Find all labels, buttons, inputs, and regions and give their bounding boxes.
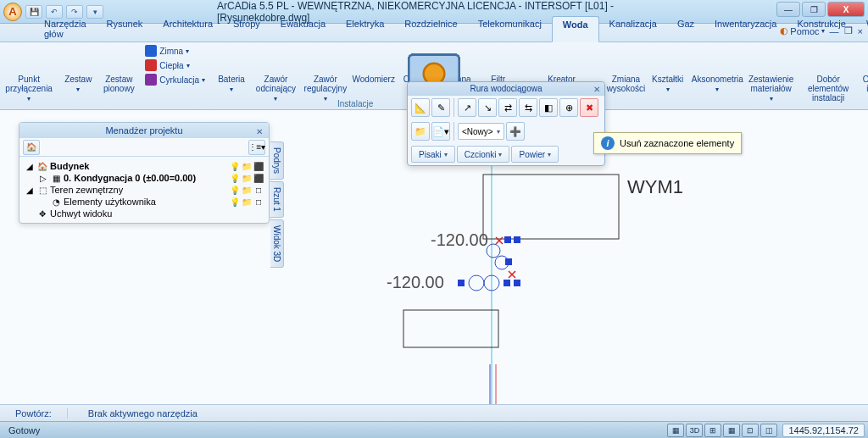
pipe-toolbar-close[interactable]: ✕ — [591, 83, 603, 95]
tab-woda[interactable]: Woda — [552, 16, 599, 42]
pm-tool-menu[interactable]: ⋮≡▾ — [248, 140, 265, 155]
tab-rozdzielnice[interactable]: Rozdzielnice — [394, 16, 467, 42]
tab-stropy[interactable]: Stropy — [223, 16, 270, 42]
status-toggle-0[interactable]: ▦ — [667, 424, 684, 437]
status-toggle-3[interactable]: ▦ — [723, 424, 740, 437]
tab-inwentaryzacja[interactable]: Inwentaryzacja — [704, 16, 787, 42]
pipe-czcionki[interactable]: Czcionki ▾ — [457, 146, 510, 163]
pipe-tool-7[interactable]: ◧ — [539, 98, 558, 117]
dim-1: -120.00 — [431, 230, 488, 249]
maximize-button[interactable]: ❐ — [802, 2, 826, 17]
command-bar: Powtórz: Brak aktywnego narzędzia — [0, 404, 868, 421]
help-menu[interactable]: ◐ Pomoc▾ — [780, 25, 824, 36]
cmd-message: Brak aktywnego narzędzia — [68, 408, 218, 419]
svg-rect-49 — [504, 280, 510, 286]
pipe-tool-8[interactable]: ⊕ — [559, 98, 578, 117]
pm-title[interactable]: Menadżer projektu ✕ — [19, 123, 269, 138]
tab-architektura[interactable]: Architektura — [153, 16, 223, 42]
doc-close[interactable]: × — [858, 26, 863, 36]
tree-row[interactable]: ▷▦0. Kondygnacja 0 (±0.00=0.00)💡📁⬛ — [25, 172, 264, 184]
tab-ewakuacja[interactable]: Ewakuacja — [270, 16, 336, 42]
status-toggle-5[interactable]: ◫ — [760, 424, 777, 437]
tree-row[interactable]: ◔Elementy użytkownika💡📁□ — [25, 196, 264, 208]
cmd-label: Powtórz: — [0, 408, 68, 419]
pipe-tool-5[interactable]: ⇄ — [498, 98, 517, 117]
pipe-toolbar-title[interactable]: Rura wodociągowa ✕ — [408, 82, 604, 96]
status-toggle-2[interactable]: ⊞ — [704, 424, 721, 437]
project-manager-panel[interactable]: Menadżer projektu ✕ 🏠 ⋮≡▾ ◢🏠Budynek💡📁⬛▷▦… — [19, 122, 270, 224]
svg-point-43 — [469, 275, 484, 291]
pipe-row2-1[interactable]: 📄▾ — [431, 122, 450, 141]
status-toggle-4[interactable]: ⊡ — [742, 424, 759, 437]
pipe-row2-0[interactable]: 📁 — [411, 122, 430, 141]
pm-close-icon[interactable]: ✕ — [253, 125, 265, 136]
label-wym1: WYM1 — [627, 176, 683, 197]
pm-tool-home[interactable]: 🏠 — [23, 140, 40, 155]
svg-rect-39 — [483, 175, 619, 239]
svg-rect-40 — [403, 310, 498, 347]
tab-telekomunikacj[interactable]: Telekomunikacj — [468, 16, 552, 42]
pm-tree[interactable]: ◢🏠Budynek💡📁⬛▷▦0. Kondygnacja 0 (±0.00=0.… — [19, 157, 269, 223]
status-coords: 1445.92,1154.72 — [782, 424, 865, 437]
tab-narzędzia-głów[interactable]: Narzędzia głów — [34, 16, 97, 42]
side-tab-rzut1[interactable]: Rzut 1 — [270, 181, 284, 218]
side-tab-widok3d[interactable]: Widok 3D — [270, 219, 284, 268]
doc-minimize[interactable]: — — [830, 26, 839, 36]
tooltip-text: Usuń zaznaczone elementy — [620, 138, 734, 148]
svg-rect-46 — [514, 236, 520, 243]
svg-rect-47 — [505, 258, 512, 265]
tab-gaz[interactable]: Gaz — [667, 16, 704, 42]
dim-2: -120.00 — [387, 273, 444, 291]
info-icon: i — [601, 136, 615, 150]
svg-rect-45 — [504, 236, 511, 243]
status-bar: Gotowy ▦3D⊞▦⊡◫ 1445.92,1154.72 — [0, 421, 868, 438]
svg-rect-50 — [514, 280, 520, 286]
tab-rysunek[interactable]: Rysunek — [97, 16, 153, 42]
pipe-style-combo[interactable]: <Nowy>▾ — [458, 123, 504, 140]
ribbon-tabs: Narzędzia główRysunekArchitekturaStropyE… — [0, 24, 868, 42]
delete-selected-button[interactable]: ✖ — [580, 98, 598, 117]
svg-point-41 — [487, 244, 500, 258]
tree-row[interactable]: ✥Uchwyt widoku — [25, 208, 264, 219]
pipe-toolbar[interactable]: Rura wodociągowa ✕ 📐✎↗↘⇄⇆◧⊕✖ 📁📄▾ <Nowy>▾… — [407, 81, 605, 166]
svg-rect-48 — [458, 280, 465, 286]
tab-kanalizacja[interactable]: Kanalizacja — [599, 16, 667, 42]
tab-elektryka[interactable]: Elektryka — [336, 16, 394, 42]
pipe-tool-1[interactable]: ✎ — [431, 98, 450, 117]
side-tab-podrys[interactable]: Podrys — [270, 141, 284, 180]
status-ready: Gotowy — [0, 425, 48, 435]
pipe-tool-4[interactable]: ↘ — [478, 98, 497, 117]
status-toggle-1[interactable]: 3D — [686, 424, 703, 437]
ribbon-group-caption: Instalacje — [331, 98, 380, 109]
pipe-tool-0[interactable]: 📐 — [411, 98, 430, 117]
tree-row[interactable]: ◢🏠Budynek💡📁⬛ — [25, 160, 264, 172]
pipe-add-button[interactable]: ➕ — [506, 122, 525, 141]
close-button[interactable]: X — [827, 2, 865, 17]
app-icon[interactable]: A — [3, 3, 22, 21]
tooltip: i Usuń zaznaczone elementy — [593, 132, 742, 154]
tree-row[interactable]: ◢⬚Teren zewnętrzny💡📁□ — [25, 184, 264, 196]
pipe-pisaki[interactable]: Pisaki ▾ — [411, 146, 455, 163]
minimize-button[interactable]: — — [776, 2, 800, 17]
pipe-tool-6[interactable]: ⇆ — [519, 98, 537, 117]
pipe-tool-3[interactable]: ↗ — [458, 98, 476, 117]
pipe-powier[interactable]: Powier ▾ — [511, 146, 559, 163]
doc-restore[interactable]: ❐ — [844, 25, 853, 36]
